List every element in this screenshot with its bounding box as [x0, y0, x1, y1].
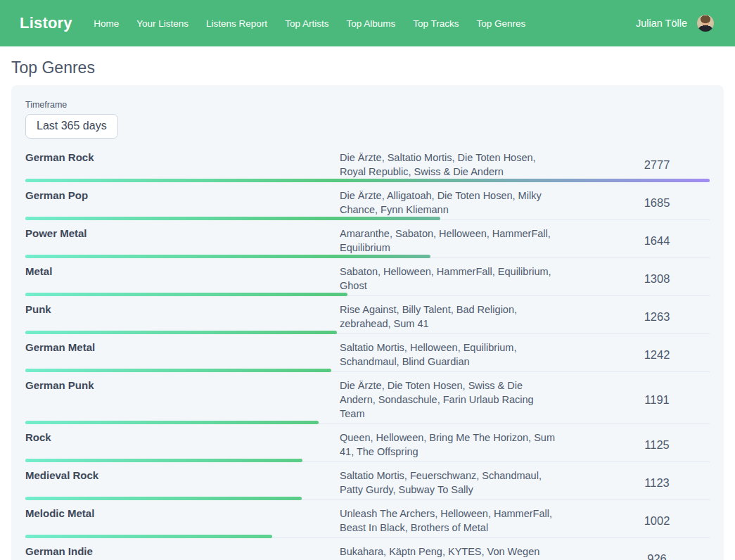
genre-bar-fill	[25, 331, 337, 334]
genre-bar-track	[25, 217, 710, 220]
genre-artists: Die Ärzte, Die Toten Hosen, Swiss & Die …	[340, 378, 558, 421]
nav-links: HomeYour ListensListens ReportTop Artist…	[85, 14, 535, 33]
nav-link-top-genres[interactable]: Top Genres	[468, 14, 535, 33]
genre-name: German Pop	[25, 189, 340, 203]
genre-name: German Punk	[25, 378, 340, 393]
genre-bar-fill	[25, 217, 440, 220]
genre-count: 2777	[604, 158, 710, 172]
main-content: Top Genres Timeframe Last 365 days Germa…	[0, 58, 735, 560]
user-avatar[interactable]	[697, 15, 714, 32]
app-logo[interactable]: Listory	[20, 14, 72, 32]
genre-bar	[25, 331, 337, 334]
genre-row-content: German PunkDie Ärzte, Die Toten Hosen, S…	[25, 378, 710, 421]
genre-bar-track	[25, 293, 710, 296]
genre-bar-fill	[25, 421, 319, 424]
genre-bar-track	[25, 421, 710, 424]
genre-bar-fill	[25, 535, 272, 538]
genre-bar	[25, 535, 272, 538]
nav-link-top-artists[interactable]: Top Artists	[276, 14, 338, 33]
genre-bar-fill	[25, 497, 302, 500]
genre-artists: Sabaton, Helloween, HammerFall, Equilibr…	[340, 265, 558, 293]
user-name: Julian Tölle	[636, 18, 687, 29]
genre-artists: Unleash The Archers, Helloween, HammerFa…	[340, 507, 558, 535]
genre-name: Punk	[25, 303, 340, 317]
genre-row-content: German RockDie Ärzte, Saltatio Mortis, D…	[25, 151, 710, 179]
genre-row-content: German MetalSaltatio Mortis, Helloween, …	[25, 341, 710, 369]
timeframe-select[interactable]: Last 365 days	[25, 114, 118, 139]
genre-bar-fill	[25, 255, 430, 258]
genre-artists: Saltatio Mortis, Helloween, Equilibrium,…	[340, 341, 558, 369]
genre-bar-fill	[25, 369, 331, 372]
genre-bar	[25, 369, 331, 372]
genre-bar-track	[25, 535, 710, 538]
genre-bar-fill	[25, 179, 710, 182]
genre-artists: Die Ärzte, Saltatio Mortis, Die Toten Ho…	[340, 151, 558, 179]
navbar: Listory HomeYour ListensListens ReportTo…	[0, 0, 735, 46]
genre-count: 1242	[604, 348, 710, 362]
genre-name: Medieval Rock	[25, 469, 340, 483]
genre-row: RockQueen, Helloween, Bring Me The Horiz…	[25, 424, 710, 462]
genre-rows: German RockDie Ärzte, Saltatio Mortis, D…	[25, 144, 710, 560]
genre-count: 1644	[604, 234, 710, 248]
genre-bar	[25, 421, 319, 424]
genre-row: German PopDie Ärzte, Alligatoah, Die Tot…	[25, 182, 710, 220]
nav-link-home[interactable]: Home	[85, 14, 128, 33]
timeframe-field: Timeframe Last 365 days	[25, 100, 710, 139]
genre-artists: Queen, Helloween, Bring Me The Horizon, …	[340, 431, 558, 459]
genre-row: Melodic MetalUnleash The Archers, Hellow…	[25, 500, 710, 538]
genre-bar	[25, 179, 710, 182]
genre-bar-track	[25, 459, 710, 462]
genre-row: Power MetalAmaranthe, Sabaton, Helloween…	[25, 220, 710, 258]
nav-link-listens-report[interactable]: Listens Report	[198, 14, 276, 33]
genre-row-content: MetalSabaton, Helloween, HammerFall, Equ…	[25, 265, 710, 293]
genre-bar-fill	[25, 293, 347, 296]
genre-bar	[25, 255, 430, 258]
genre-name: German Rock	[25, 151, 340, 165]
genre-name: Rock	[25, 431, 340, 445]
genre-row-content: PunkRise Against, Billy Talent, Bad Reli…	[25, 303, 710, 331]
genre-bar-track	[25, 179, 710, 182]
genre-bar-track	[25, 331, 710, 334]
genre-bar	[25, 293, 347, 296]
genre-name: Metal	[25, 265, 340, 279]
genre-count: 1308	[604, 272, 710, 286]
genre-artists: Amaranthe, Sabaton, Helloween, HammerFal…	[340, 227, 558, 255]
genre-row: PunkRise Against, Billy Talent, Bad Reli…	[25, 296, 710, 334]
genre-row-content: Medieval RockSaltatio Mortis, Feuerschwa…	[25, 469, 710, 497]
genre-row: Medieval RockSaltatio Mortis, Feuerschwa…	[25, 462, 710, 500]
genre-row: German IndieBukahara, Käptn Peng, KYTES,…	[25, 538, 710, 560]
genre-count: 1263	[604, 310, 710, 324]
nav-link-your-listens[interactable]: Your Listens	[128, 14, 198, 33]
genre-name: German Indie	[25, 545, 340, 559]
genre-count: 926	[604, 552, 710, 560]
genre-bar-track	[25, 497, 710, 500]
genre-count: 1685	[604, 196, 710, 210]
genre-artists: Bukahara, Käptn Peng, KYTES, Von Wegen L…	[340, 545, 558, 560]
genre-row-content: Power MetalAmaranthe, Sabaton, Helloween…	[25, 227, 710, 255]
genre-row-content: RockQueen, Helloween, Bring Me The Horiz…	[25, 431, 710, 459]
genre-row: MetalSabaton, Helloween, HammerFall, Equ…	[25, 258, 710, 296]
genre-bar	[25, 497, 302, 500]
genre-row-content: German IndieBukahara, Käptn Peng, KYTES,…	[25, 545, 710, 560]
genre-bar-track	[25, 255, 710, 258]
user-menu[interactable]: Julian Tölle	[636, 15, 714, 32]
genre-count: 1125	[604, 438, 710, 452]
genre-name: German Metal	[25, 341, 340, 355]
genre-row: German RockDie Ärzte, Saltatio Mortis, D…	[25, 144, 710, 182]
genre-bar	[25, 459, 302, 462]
genre-row: German MetalSaltatio Mortis, Helloween, …	[25, 334, 710, 372]
genre-count: 1002	[604, 514, 710, 528]
genre-count: 1123	[604, 476, 710, 490]
nav-link-top-tracks[interactable]: Top Tracks	[404, 14, 468, 33]
genre-artists: Rise Against, Billy Talent, Bad Religion…	[340, 303, 558, 331]
nav-link-top-albums[interactable]: Top Albums	[338, 14, 404, 33]
genre-name: Power Metal	[25, 227, 340, 241]
genre-bar-fill	[25, 459, 302, 462]
genre-row: German PunkDie Ärzte, Die Toten Hosen, S…	[25, 372, 710, 424]
genre-artists: Saltatio Mortis, Feuerschwanz, Schandmau…	[340, 469, 558, 497]
genre-artists: Die Ärzte, Alligatoah, Die Toten Hosen, …	[340, 189, 558, 217]
genre-row-content: German PopDie Ärzte, Alligatoah, Die Tot…	[25, 189, 710, 217]
top-genres-card: Timeframe Last 365 days German RockDie Ä…	[11, 85, 724, 560]
genre-count: 1191	[604, 393, 710, 407]
timeframe-label: Timeframe	[25, 100, 710, 110]
